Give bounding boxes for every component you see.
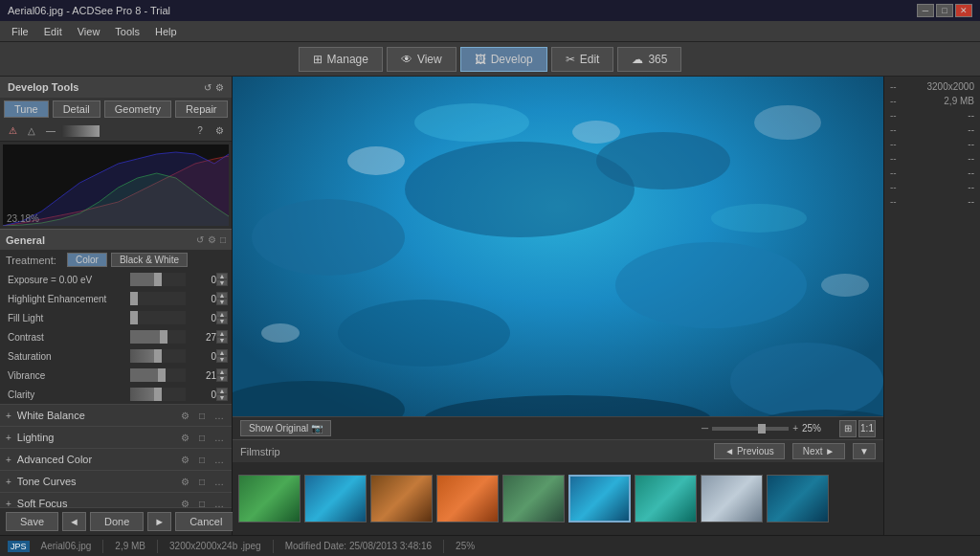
- dots-icon[interactable]: …: [212, 453, 226, 466]
- gear-icon[interactable]: ⚙: [208, 234, 216, 245]
- save-button[interactable]: Save: [6, 512, 58, 531]
- vibrance-track[interactable]: [130, 368, 186, 382]
- gear-icon[interactable]: [215, 82, 224, 93]
- fill-spin-down[interactable]: ▼: [216, 318, 228, 324]
- reset-icon[interactable]: [204, 82, 212, 93]
- show-original-button[interactable]: Show Original 📷: [240, 420, 331, 436]
- warning-icon[interactable]: ⚠: [4, 123, 21, 139]
- zoom-slider[interactable]: [712, 427, 789, 431]
- close-button[interactable]: ✕: [955, 4, 972, 17]
- contrast-spin-down[interactable]: ▼: [216, 337, 228, 344]
- gradient-icon[interactable]: [61, 125, 100, 137]
- prev-nav-button[interactable]: ◄: [62, 512, 86, 531]
- fit-view-button[interactable]: ⊞: [839, 420, 857, 437]
- fill-track[interactable]: [130, 311, 186, 324]
- square-icon[interactable]: □: [195, 453, 209, 466]
- tab-detail[interactable]: Detail: [53, 100, 100, 118]
- vibrance-spin-down[interactable]: ▼: [216, 375, 228, 382]
- tab-tune[interactable]: Tune: [4, 100, 49, 118]
- contrast-spinner[interactable]: ▲ ▼: [216, 330, 228, 344]
- fill-spinner[interactable]: ▲ ▼: [216, 311, 228, 324]
- dots-icon[interactable]: …: [212, 431, 226, 444]
- dots-icon[interactable]: …: [212, 497, 226, 507]
- fill-spin-up[interactable]: ▲: [216, 311, 228, 318]
- line-icon[interactable]: —: [42, 123, 59, 139]
- contrast-thumb[interactable]: [160, 330, 167, 344]
- thumbnail-9[interactable]: [767, 475, 829, 523]
- general-header[interactable]: General ↺ ⚙ □: [0, 229, 232, 250]
- saturation-thumb[interactable]: [154, 349, 162, 363]
- menu-help[interactable]: Help: [147, 24, 185, 39]
- exposure-spin-down[interactable]: ▼: [216, 279, 228, 286]
- saturation-spin-up[interactable]: ▲: [216, 349, 228, 356]
- dots-icon[interactable]: …: [212, 475, 226, 488]
- soft-focus-header[interactable]: + Soft Focus ⚙ □ …: [0, 493, 232, 507]
- highlight-thumb[interactable]: [130, 292, 138, 305]
- vibrance-spinner[interactable]: ▲ ▼: [216, 368, 228, 382]
- view-button[interactable]: 👁 View: [387, 47, 457, 72]
- menu-edit[interactable]: Edit: [36, 24, 70, 39]
- settings-icon[interactable]: ⚙: [211, 123, 228, 139]
- vibrance-thumb[interactable]: [158, 368, 166, 382]
- contrast-spin-up[interactable]: ▲: [216, 330, 228, 337]
- thumbnail-2[interactable]: [304, 475, 367, 523]
- gear-icon[interactable]: ⚙: [178, 409, 191, 422]
- thumbnail-3[interactable]: [370, 475, 433, 523]
- gear-icon[interactable]: ⚙: [178, 431, 191, 444]
- exposure-track[interactable]: [130, 273, 186, 286]
- fill-thumb[interactable]: [130, 311, 138, 324]
- bw-button[interactable]: Black & White: [111, 253, 188, 267]
- tone-curves-header[interactable]: + Tone Curves ⚙ □ …: [0, 471, 232, 492]
- tab-geometry[interactable]: Geometry: [104, 100, 171, 118]
- gear-icon[interactable]: ⚙: [178, 497, 191, 507]
- thumbnail-1[interactable]: [238, 475, 301, 523]
- zoom-in-icon[interactable]: +: [792, 423, 798, 434]
- square-icon[interactable]: □: [195, 497, 209, 507]
- thumbnail-6[interactable]: [568, 475, 631, 523]
- contrast-track[interactable]: [130, 330, 186, 344]
- clarity-spin-up[interactable]: ▲: [216, 388, 228, 394]
- advanced-color-header[interactable]: + Advanced Color ⚙ □ …: [0, 449, 232, 470]
- highlight-spin-down[interactable]: ▼: [216, 299, 228, 305]
- gear-icon[interactable]: ⚙: [178, 453, 191, 466]
- square-icon[interactable]: □: [195, 475, 209, 488]
- exposure-spinner[interactable]: ▲ ▼: [216, 273, 228, 286]
- saturation-spin-down[interactable]: ▼: [216, 356, 228, 363]
- develop-button[interactable]: 🖼 Develop: [460, 47, 547, 72]
- clarity-track[interactable]: [130, 388, 186, 401]
- triangle-icon[interactable]: △: [23, 123, 40, 139]
- exposure-thumb[interactable]: [154, 273, 162, 286]
- saturation-track[interactable]: [130, 349, 186, 363]
- square-icon[interactable]: □: [195, 431, 209, 444]
- maximize-button[interactable]: □: [936, 4, 953, 17]
- zoom-thumb[interactable]: [758, 424, 766, 434]
- clarity-thumb[interactable]: [154, 388, 162, 401]
- thumbnail-7[interactable]: [635, 475, 697, 523]
- clarity-spin-down[interactable]: ▼: [216, 394, 228, 401]
- thumbnail-8[interactable]: [701, 475, 763, 523]
- thumbnail-5[interactable]: [502, 475, 565, 523]
- menu-tools[interactable]: Tools: [107, 24, 147, 39]
- edit-button[interactable]: ✂ Edit: [551, 47, 614, 72]
- tab-repair[interactable]: Repair: [175, 100, 227, 118]
- minimize-button[interactable]: ─: [917, 4, 934, 17]
- highlight-spinner[interactable]: ▲ ▼: [216, 292, 228, 305]
- thumbnail-4[interactable]: [436, 475, 499, 523]
- dots-icon[interactable]: …: [212, 409, 226, 422]
- cancel-button[interactable]: Cancel: [175, 512, 236, 531]
- reset-icon[interactable]: ↺: [196, 234, 204, 245]
- square-icon[interactable]: □: [195, 409, 209, 422]
- expand-icon[interactable]: □: [220, 234, 226, 245]
- prev-button[interactable]: ◄ Previous: [714, 443, 785, 459]
- white-balance-header[interactable]: + White Balance ⚙ □ …: [0, 405, 232, 426]
- actual-size-button[interactable]: 1:1: [858, 420, 876, 437]
- manage-button[interactable]: ⊞ Manage: [299, 47, 383, 72]
- zoom-out-icon[interactable]: ─: [702, 423, 708, 434]
- filmstrip-dropdown[interactable]: ▼: [853, 443, 876, 459]
- next-nav-button[interactable]: ►: [147, 512, 171, 531]
- color-button[interactable]: Color: [67, 253, 107, 267]
- help-icon[interactable]: ?: [191, 123, 209, 139]
- vibrance-spin-up[interactable]: ▲: [216, 368, 228, 375]
- 365-button[interactable]: ☁ 365: [617, 47, 681, 72]
- menu-file[interactable]: File: [4, 24, 36, 39]
